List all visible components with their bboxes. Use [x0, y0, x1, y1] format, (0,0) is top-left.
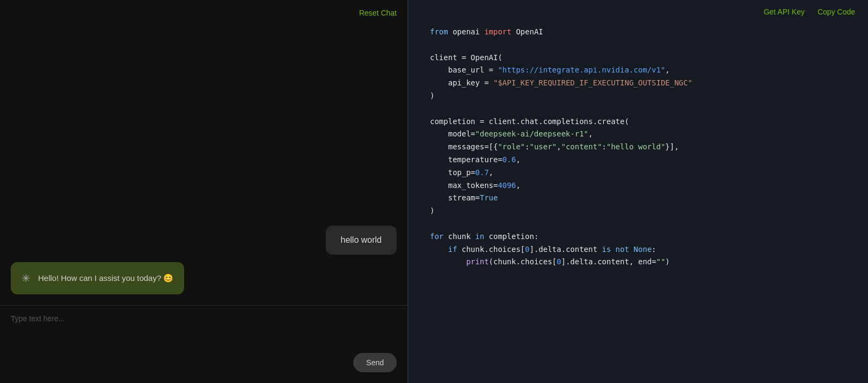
code-content: from openai import OpenAI client = OpenA…: [409, 20, 868, 383]
chat-messages: hello world ✳ Hello! How can I assist yo…: [0, 21, 407, 305]
user-message-text: hello world: [341, 235, 382, 244]
user-message: hello world: [326, 226, 397, 255]
reset-chat-button[interactable]: Reset Chat: [359, 9, 397, 17]
assistant-icon: ✳: [21, 272, 31, 285]
chat-input-area: Send: [0, 306, 407, 383]
code-header: Get API Key Copy Code: [409, 0, 868, 20]
assistant-message: ✳ Hello! How can I assist you today? 😊: [11, 262, 184, 294]
get-api-key-button[interactable]: Get API Key: [764, 8, 805, 16]
chat-input-footer: Send: [11, 353, 397, 372]
code-block: from openai import OpenAI client = OpenA…: [430, 26, 847, 269]
assistant-message-text: Hello! How can I assist you today? 😊: [38, 273, 173, 283]
copy-code-button[interactable]: Copy Code: [818, 8, 855, 16]
chat-header: Reset Chat: [0, 0, 407, 21]
code-panel: Get API Key Copy Code from openai import…: [408, 0, 868, 383]
chat-panel: Reset Chat hello world ✳ Hello! How can …: [0, 0, 408, 383]
chat-input[interactable]: [11, 314, 397, 346]
send-button[interactable]: Send: [353, 353, 397, 372]
